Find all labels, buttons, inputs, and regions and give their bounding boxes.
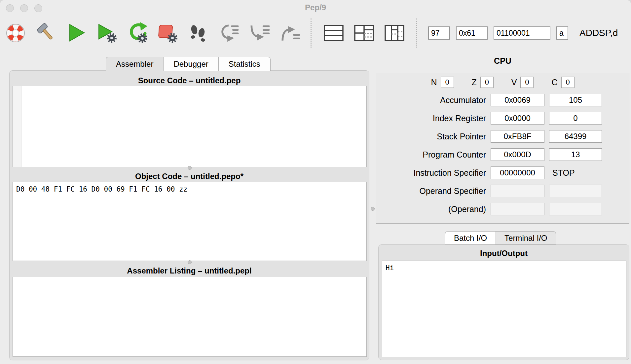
tab-batch-io[interactable]: Batch I/O: [445, 231, 496, 245]
step-over-icon: [217, 22, 239, 44]
source-code-editor[interactable]: [13, 86, 366, 167]
build-button[interactable]: [35, 18, 57, 48]
program-counter-hex-value: 0x000D: [491, 148, 544, 161]
operand-dec-value: [549, 203, 602, 215]
accumulator-label: Accumulator: [382, 95, 486, 105]
object-code-editor[interactable]: D0 00 48 F1 FC 16 D0 00 69 F1 FC 16 00 z…: [13, 182, 366, 261]
io-editor-frame: Hi: [382, 261, 626, 357]
flag-z-value: 0: [480, 77, 494, 88]
minimize-window-button[interactable]: [20, 4, 28, 12]
splitter-handle[interactable]: [188, 166, 192, 170]
register-row-program-counter: Program Counter 0x000D 13: [382, 148, 602, 161]
io-title: Input/Output: [379, 249, 629, 258]
io-editor[interactable]: Hi: [382, 261, 626, 357]
step-out-button[interactable]: [278, 18, 300, 48]
single-step-button[interactable]: [187, 18, 209, 48]
register-row-operand-specifier: Operand Specifier: [382, 185, 602, 197]
register-row-operand: (Operand): [382, 203, 602, 215]
window-title: Pep/9: [0, 3, 631, 12]
register-row-stack-pointer: Stack Pointer 0xFB8F 64399: [382, 130, 602, 143]
cpu-title: CPU: [376, 56, 629, 66]
index-register-label: Index Register: [382, 114, 486, 123]
flag-c: C 0: [551, 77, 574, 88]
io-tab-bar: Batch I/O Terminal I/O: [445, 231, 556, 245]
program-counter-dec-value: 13: [549, 148, 602, 161]
stack-pointer-dec-value: 64399: [549, 130, 602, 143]
flag-z: Z 0: [472, 77, 494, 88]
flag-c-value: 0: [561, 77, 575, 88]
operand-specifier-hex-value: [491, 185, 544, 197]
register-row-index: Index Register 0x0000 0: [382, 112, 602, 125]
object-code-editor-frame: D0 00 48 F1 FC 16 D0 00 69 F1 FC 16 00 z…: [13, 182, 367, 261]
flag-v-value: 0: [520, 77, 534, 88]
view-code-button[interactable]: [323, 18, 345, 48]
layout-code-icon: [323, 23, 344, 43]
run-button[interactable]: [65, 18, 87, 48]
close-window-button[interactable]: [6, 4, 14, 12]
flag-n-label: N: [431, 78, 437, 87]
accumulator-hex-value: 0x0069: [491, 94, 544, 106]
tab-terminal-io[interactable]: Terminal I/O: [496, 231, 556, 245]
ascii-converter-input[interactable]: [556, 26, 568, 40]
step-into-icon: [248, 22, 270, 44]
step-into-button[interactable]: [248, 18, 270, 48]
assembler-listing-editor[interactable]: [13, 277, 366, 356]
stop-debug-button[interactable]: [157, 18, 178, 48]
stack-pointer-hex-value: 0xFB8F: [491, 130, 544, 143]
assembler-pane: Source Code – untitled.pep Object Code –…: [9, 70, 369, 360]
lifebuoy-icon: [5, 22, 26, 44]
index-register-hex-value: 0x0000: [491, 112, 544, 125]
step-over-button[interactable]: [217, 18, 239, 48]
tab-debugger[interactable]: Debugger: [163, 57, 218, 71]
binary-converter-input[interactable]: [494, 26, 550, 40]
step-out-icon: [278, 22, 300, 44]
traffic-lights: [6, 4, 42, 12]
view-code-cpu-memory-button[interactable]: [384, 18, 405, 48]
flag-v: V 0: [511, 77, 534, 88]
operand-specifier-label: Operand Specifier: [382, 186, 486, 196]
accumulator-dec-value: 105: [549, 94, 602, 106]
toolbar: ADDSP,d: [0, 15, 631, 52]
tab-assembler[interactable]: Assembler: [106, 57, 164, 71]
hex-converter-input[interactable]: [456, 26, 488, 40]
register-row-instruction-specifier: Instruction Specifier 00000000 STOP: [382, 166, 602, 179]
flag-z-label: Z: [472, 78, 477, 87]
app-window: Pep/9: [0, 0, 631, 364]
operand-hex-value: [491, 203, 544, 215]
cpu-flags-row: N 0 Z 0 V 0 C 0: [376, 77, 629, 88]
decimal-converter-input[interactable]: [428, 26, 450, 40]
operand-label: (Operand): [382, 204, 486, 214]
layout-code-cpu-memory-icon: [384, 23, 405, 43]
help-button[interactable]: [5, 18, 26, 48]
circular-arrow-gear-icon: [126, 22, 148, 44]
red-stop-gear-icon: [157, 22, 178, 44]
instruction-specifier-bin-value: 00000000: [491, 166, 544, 179]
stack-pointer-label: Stack Pointer: [382, 132, 486, 141]
toolbar-separator: [416, 18, 417, 48]
layout-code-cpu-icon: [353, 23, 375, 43]
index-register-dec-value: 0: [549, 112, 602, 125]
debug-button[interactable]: [96, 18, 118, 48]
main-tab-bar: Assembler Debugger Statistics: [106, 57, 271, 71]
operand-specifier-dec-value: [549, 185, 602, 197]
program-counter-label: Program Counter: [382, 150, 486, 160]
vertical-splitter-handle[interactable]: [371, 207, 375, 211]
instruction-mnemonic-label: ADDSP,d: [579, 28, 618, 38]
source-code-title: Source Code – untitled.pep: [10, 76, 369, 85]
cpu-panel: N 0 Z 0 V 0 C 0 Accumulator 0x0069 105: [376, 73, 629, 224]
view-code-cpu-button[interactable]: [353, 18, 375, 48]
assembler-listing-frame: [13, 277, 367, 357]
assembler-listing-title: Assembler Listing – untitled.pepl: [10, 266, 369, 275]
flag-v-label: V: [511, 78, 517, 87]
flag-c-label: C: [551, 78, 557, 87]
toolbar-separator: [311, 18, 312, 48]
restart-debug-button[interactable]: [126, 18, 148, 48]
splitter-handle[interactable]: [188, 260, 192, 264]
source-code-editor-frame: [13, 86, 367, 167]
hammer-icon: [35, 22, 56, 44]
tab-statistics[interactable]: Statistics: [218, 57, 271, 71]
play-icon: [66, 22, 87, 44]
play-gear-icon: [96, 22, 117, 44]
object-code-title: Object Code – untitled.pepo*: [10, 172, 369, 181]
zoom-window-button[interactable]: [34, 4, 42, 12]
